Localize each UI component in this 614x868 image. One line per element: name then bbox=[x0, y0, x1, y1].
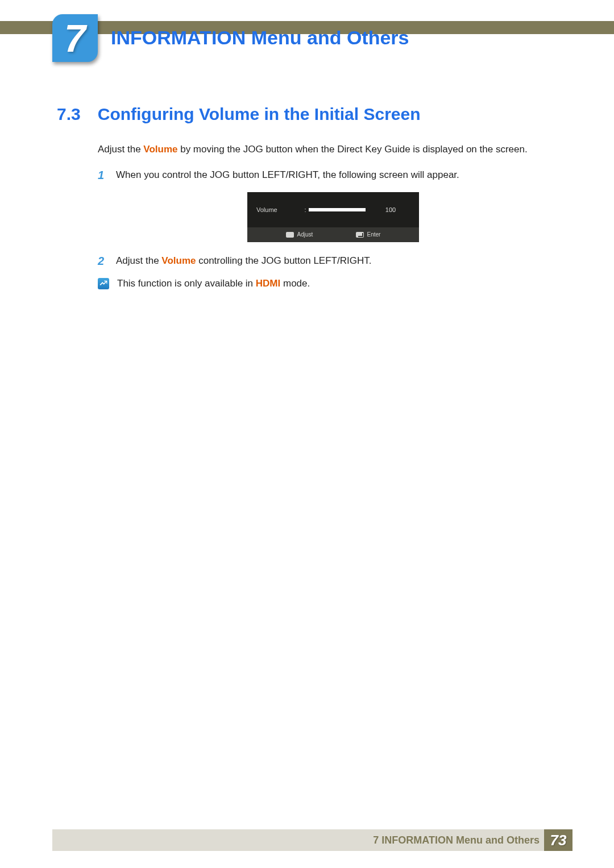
osd-body: Volume : 100 bbox=[247, 192, 419, 227]
footer-text: 7 INFORMATION Menu and Others bbox=[373, 834, 540, 846]
osd-volume-label: Volume bbox=[256, 206, 302, 213]
osd-volume-bar bbox=[309, 208, 366, 211]
section-title: Configuring Volume in the Initial Screen bbox=[98, 105, 421, 124]
page-footer: 7 INFORMATION Menu and Others 73 bbox=[52, 829, 572, 851]
step-1: 1 When you control the JOG button LEFT/R… bbox=[98, 169, 569, 182]
osd-adjust-hint: Adjust bbox=[286, 231, 313, 238]
left-right-icon bbox=[286, 232, 294, 238]
intro-bold: Volume bbox=[143, 144, 177, 155]
chapter-number: 7 bbox=[64, 19, 86, 57]
intro-paragraph: Adjust the Volume by moving the JOG butt… bbox=[98, 143, 569, 156]
chapter-title: INFORMATION Menu and Others bbox=[111, 27, 409, 49]
note-icon bbox=[98, 278, 109, 289]
step-2-number: 2 bbox=[98, 255, 108, 268]
note-row: This function is only available in HDMI … bbox=[98, 278, 569, 289]
step-1-text: When you control the JOG button LEFT/RIG… bbox=[116, 169, 459, 182]
osd-screenshot: Volume : 100 Adjust Enter bbox=[247, 192, 419, 242]
section-heading: 7.3 Configuring Volume in the Initial Sc… bbox=[57, 105, 421, 124]
section-number: 7.3 bbox=[57, 105, 81, 124]
step-2-bold: Volume bbox=[161, 255, 196, 266]
enter-icon bbox=[356, 232, 364, 238]
page-number-badge: 73 bbox=[544, 829, 572, 851]
page-number: 73 bbox=[550, 832, 567, 849]
note-text: This function is only available in HDMI … bbox=[117, 278, 310, 289]
note-bold: HDMI bbox=[256, 278, 280, 289]
step-2: 2 Adjust the Volume controlling the JOG … bbox=[98, 255, 569, 268]
step-2-text: Adjust the Volume controlling the JOG bu… bbox=[116, 255, 371, 268]
chapter-number-badge: 7 bbox=[52, 14, 98, 62]
step-1-number: 1 bbox=[98, 169, 108, 182]
body-content: Adjust the Volume by moving the JOG butt… bbox=[98, 143, 569, 289]
osd-footer: Adjust Enter bbox=[247, 227, 419, 242]
osd-volume-value: 100 bbox=[366, 206, 410, 213]
osd-colon: : bbox=[302, 206, 309, 213]
osd-enter-hint: Enter bbox=[356, 231, 381, 238]
